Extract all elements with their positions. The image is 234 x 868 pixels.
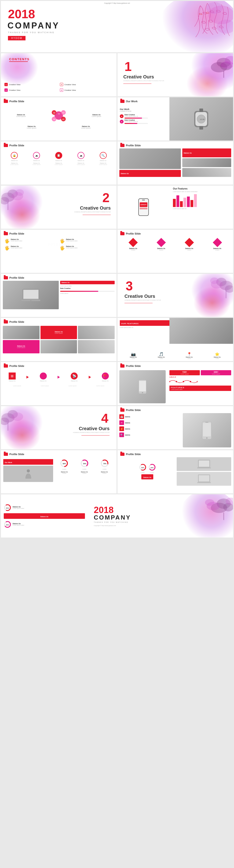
creative-sub-2: HOMEMLOREMIPSUMDOLORSITAMETCONSECTETUR xyxy=(74,211,111,213)
contents-label-4: Creative View xyxy=(64,89,76,91)
svg-point-56 xyxy=(206,437,208,439)
slide-profile-3: Profile Silde Datoes Us Datoes Us xyxy=(118,142,233,185)
arrow-datoes-3: Datoes Us xyxy=(71,380,78,381)
svg-point-92 xyxy=(205,499,214,506)
svg-rect-6 xyxy=(223,71,224,78)
cover2-company: COMPANY xyxy=(94,515,131,521)
profile-title-7: Profile Silde xyxy=(9,320,24,323)
folder-icon-10 xyxy=(120,408,125,412)
hand-datoes-4: Datoes Us xyxy=(66,246,78,247)
pi-datoes-5: Datoes Us xyxy=(100,160,107,161)
our-features-label: Our Features xyxy=(173,187,231,190)
pie-2: 54% xyxy=(80,459,89,467)
date-creative-sub-2: Lorem ipsum dolor sit xyxy=(125,121,148,122)
our-work-11: Our Work xyxy=(5,462,12,463)
svg-text:03: 03 xyxy=(62,112,64,114)
watch-img: 12:30 xyxy=(187,106,215,132)
folder-icon-9 xyxy=(120,364,125,368)
diamond-datoes-4: Datoes Us xyxy=(213,248,222,249)
profile-title-3: Profile Silde xyxy=(126,144,141,147)
svg-text:80%: 80% xyxy=(6,507,9,508)
datoes-label-1b: Datoes Us xyxy=(92,114,101,116)
date-creative-laptop: Date Creative xyxy=(60,287,115,289)
datoes-sub-1c: Lorem ipsum xyxy=(27,127,36,129)
slide-profile-8: Profile Silde ⊞ Datoes Us Datoes Us 📡 Da… xyxy=(1,362,116,405)
grid-datoes-1: Datoes Us xyxy=(55,331,63,333)
folder-icon-ow xyxy=(120,100,125,103)
num-335: 335+ xyxy=(202,371,230,373)
profile-title-12: Profile Silde xyxy=(126,453,141,456)
slide-creative-ours-2: 2 Creative Ours HOMEMLOREMIPSUMDOLORSITA… xyxy=(1,186,116,229)
datoes-sub-1b: Lorem ipsum xyxy=(92,116,101,117)
profile-title-5: Profile Silde xyxy=(126,232,141,235)
creative-num-3: 3 xyxy=(126,280,133,292)
slide-cover: Copyright © http://www.pptstore.net xyxy=(1,1,233,52)
tree-silhouettes-r4 xyxy=(1,186,48,229)
svg-rect-52 xyxy=(7,423,8,431)
contents-item-4: 4 Creative View xyxy=(60,89,113,92)
pi-datoes-2: Datoes Us xyxy=(33,160,40,161)
svg-point-34 xyxy=(30,300,31,301)
cover2-datoes-2: Datoes Us xyxy=(40,516,48,518)
hand-datoes-sub-4: Lorem ipsum dolor xyxy=(66,247,78,249)
date-creative-1: Date Creative xyxy=(125,114,148,116)
hand-datoes-sub-3: Lorem ipsum dolor xyxy=(11,247,23,249)
svg-rect-89 xyxy=(223,513,224,520)
date-creative-sub-1: Lorem ipsum dolor sit xyxy=(125,116,148,117)
contents-item-2: 2 Creative View xyxy=(4,89,57,92)
slide-profile-10: Profile Silde 📅 wanna ✏ wanna xyxy=(118,406,233,449)
hand-datoes-3: Datoes Us xyxy=(11,246,23,247)
creative-num-2: 2 xyxy=(102,191,109,204)
svg-text:90%: 90% xyxy=(151,467,154,468)
svg-rect-22 xyxy=(199,126,203,129)
svg-text:12:30: 12:30 xyxy=(200,118,205,120)
our-work-sub: LOREM IPSUM xyxy=(120,111,167,112)
diamond-datoes-3: Datoes Us xyxy=(185,248,193,249)
svg-text:01: 01 xyxy=(53,112,55,114)
wanna-4: wanna xyxy=(125,434,130,436)
svg-point-45 xyxy=(176,381,177,382)
creative-sub-4: HOMEMLOREMIPSUMDOLORSITAMETCONSECTETUR xyxy=(73,432,109,433)
features-label: FEATURES xyxy=(171,386,230,389)
contents-label-3: Creative View xyxy=(64,84,76,86)
wanna-1: wanna xyxy=(125,416,130,417)
pi-datoes-1: Datoes Us xyxy=(11,160,18,161)
creative-title-2: Creative Ours xyxy=(80,206,111,211)
contents-title: CONTENTS xyxy=(9,57,30,61)
svg-point-58 xyxy=(27,469,30,472)
phone-svg-9 xyxy=(138,378,147,395)
diagram-svg-1: 01 02 03 04 05 xyxy=(49,107,68,124)
our-features-2-label: OUR FEATURES xyxy=(121,322,139,324)
abco-wave xyxy=(170,379,198,385)
creative-title-3: Creative Ours xyxy=(125,293,155,299)
datoes-img-label: Datoes Us xyxy=(121,173,129,174)
svg-text:75%: 75% xyxy=(103,463,107,464)
slide-creative-ours-3: 3 Creative Ours HOMEMLOREMIPSUMDOLORSITA… xyxy=(118,274,233,317)
folder-icon-12 xyxy=(120,453,125,456)
svg-rect-57 xyxy=(205,422,208,423)
contents-item-3: 3 Creative View xyxy=(60,83,113,86)
svg-point-43 xyxy=(142,392,143,393)
profile-title-2: Profile Silde xyxy=(9,144,24,147)
our-work-title: Our Work xyxy=(126,100,137,103)
cover2-pie-2: 90% xyxy=(4,521,11,528)
wanna-2: wanna xyxy=(125,422,130,424)
creative-sub-3: HOMEMLOREMIPSUMDOLORSITAMETCONSECTETUR xyxy=(125,300,161,301)
profile-title-6: Profile Silde xyxy=(9,276,24,279)
creative-num-4: 4 xyxy=(101,412,108,425)
slide-profile-11: Profile Silde Our Work xyxy=(1,450,116,493)
cover2-datoes-1: Datoes Us xyxy=(12,506,24,508)
contents-item-1: 1 Creative View xyxy=(4,83,57,86)
cover2-trees xyxy=(172,494,233,537)
profile-title-8: Profile Silde xyxy=(9,365,24,367)
slide-profile-1: Profile Silde Datoes Us Lorem ipsum 01 0… xyxy=(1,97,116,141)
slide-our-work: Our Work 12:30 Our Work LOREM IPSUM xyxy=(118,97,233,141)
our-work-label: Our Work xyxy=(120,108,167,111)
creative-title-1: Creative Ours xyxy=(123,74,154,80)
date-creative-2: Date Creative xyxy=(125,119,148,121)
folder-icon-7 xyxy=(4,320,8,323)
cover2-tagline: THANKS FOR YOU WATCHING xyxy=(94,521,128,523)
svg-rect-75 xyxy=(199,461,209,467)
folder-icon-3 xyxy=(120,144,125,147)
slide-profile-4: Profile Silde 🖐 Datoes Us Lorem ipsum do… xyxy=(1,230,116,273)
